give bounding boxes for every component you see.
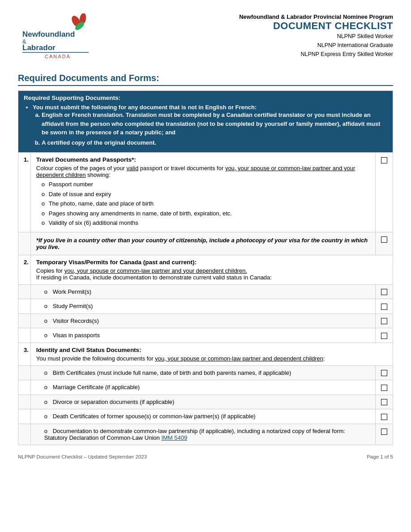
section2-number: 2.	[18, 255, 31, 284]
checkbox[interactable]	[381, 318, 387, 324]
section2-item3-cell: o Visitor Records(s)	[30, 313, 375, 328]
subtitle3: NLPNP Express Entry Skilled Worker	[107, 50, 393, 59]
section3-item5-cell: o Documentation to demonstrate common-la…	[30, 424, 375, 445]
checkbox[interactable]	[381, 370, 387, 376]
section2-title: Temporary Visas/Permits for Canada (past…	[36, 259, 197, 266]
banner-subitems: English or French translation. Translati…	[33, 111, 387, 147]
spacer	[18, 313, 31, 328]
checkbox[interactable]	[381, 399, 387, 405]
list-item: Date of issue and expiry	[41, 190, 370, 199]
section1-note-cell: *If you live in a country other than you…	[30, 232, 375, 255]
section2-item3-checkbox	[376, 313, 393, 328]
checkbox[interactable]	[381, 289, 387, 295]
section3-item3-checkbox	[376, 395, 393, 409]
svg-text:Labrador: Labrador	[22, 43, 56, 52]
program-name: Newfoundland & Labrador Provincial Nomin…	[107, 13, 393, 20]
list-item: Passport number	[41, 180, 370, 189]
page-footer: NLPNP Document Checklist – Updated Septe…	[18, 454, 393, 459]
spacer	[18, 409, 31, 424]
logo-area: Newfoundland & Labrador CANADA	[18, 13, 107, 64]
section2-item1-cell: o Work Permit(s)	[30, 284, 375, 299]
section3-item1-cell: o Birth Certificates (must include full …	[30, 365, 375, 380]
section1-number: 1.	[18, 153, 31, 232]
section3-item5-text: Documentation to demonstrate common-law …	[44, 428, 345, 441]
checkbox[interactable]	[381, 429, 387, 435]
section3-item2-row: o Marriage Certificate (if applicable)	[18, 380, 393, 395]
section3-item4-cell: o Death Certificates of former spouse(s)…	[30, 409, 375, 424]
section2-intro2: If residing in Canada, include documenta…	[36, 274, 387, 281]
imm-5409-link[interactable]: IMM 5409	[161, 434, 187, 441]
bullet-o: o	[44, 288, 47, 295]
section1-title: Travel Documents and Passports*:	[36, 156, 136, 163]
section2-header-row: 2. Temporary Visas/Permits for Canada (p…	[18, 255, 393, 284]
section2-item3-row: o Visitor Records(s)	[18, 313, 393, 328]
section3-number: 3.	[18, 343, 31, 365]
section2-item2-checkbox	[376, 299, 393, 314]
spacer	[18, 299, 31, 314]
doc-checklist-title: DOCUMENT CHECKLIST	[107, 20, 393, 32]
subtitle1: NLPNP Skilled Worker	[107, 32, 393, 41]
section1-header-row: 1. Travel Documents and Passports*: Colo…	[18, 153, 393, 232]
checkbox[interactable]	[381, 304, 387, 310]
section1-note-spacer	[18, 232, 31, 255]
bullet-o: o	[44, 303, 47, 309]
nl-logo: Newfoundland & Labrador CANADA	[18, 13, 98, 63]
banner-item2: A certified copy of the original documen…	[42, 138, 387, 147]
section1-intro: Colour copies of the pages of your valid…	[36, 165, 370, 178]
checkbox[interactable]	[381, 157, 387, 163]
section2-title-cell: Temporary Visas/Permits for Canada (past…	[30, 255, 393, 284]
subtitle2: NLPNP International Graduate	[107, 41, 393, 50]
list-item: Pages showing any amendments in name, da…	[41, 209, 370, 218]
spacer	[18, 365, 31, 380]
section3-item2-cell: o Marriage Certificate (if applicable)	[30, 380, 375, 395]
spacer	[18, 328, 31, 343]
bullet-o: o	[44, 399, 47, 405]
section3-item1-checkbox	[376, 365, 393, 380]
spacer	[18, 380, 31, 395]
section2-item4-checkbox	[376, 328, 393, 343]
section2-item1-checkbox	[376, 284, 393, 299]
footer-left: NLPNP Document Checklist – Updated Septe…	[18, 454, 147, 459]
bullet-o: o	[44, 369, 47, 376]
svg-text:Newfoundland: Newfoundland	[22, 30, 75, 39]
checklist-table: Required Supporting Documents: You must …	[18, 90, 393, 445]
list-item: The photo, name, date and place of birth	[41, 199, 370, 208]
page-header: Newfoundland & Labrador CANADA Newfoundl…	[18, 13, 393, 64]
section2-item2-cell: o Study Permit(s)	[30, 299, 375, 314]
section3-title: Identity and Civil Status Documents:	[36, 347, 141, 353]
spacer	[18, 424, 31, 445]
bullet-o: o	[44, 428, 47, 434]
section1-note-checkbox	[376, 232, 393, 255]
checkbox[interactable]	[381, 385, 387, 391]
banner-item1: English or French translation. Translati…	[42, 111, 387, 137]
list-item: Validity of six (6) additional months	[41, 219, 370, 227]
section3-item5-row: o Documentation to demonstrate common-la…	[18, 424, 393, 445]
section2-intro: Copies for you, your spouse or common-la…	[36, 267, 387, 274]
footer-right: Page 1 of 5	[367, 454, 393, 459]
spacer	[18, 284, 31, 299]
section2-item4-cell: o Visas in passports	[30, 328, 375, 343]
banner-list: You must submit the following for any do…	[24, 104, 387, 147]
section1-note-row: *If you live in a country other than you…	[18, 232, 393, 255]
subtitles: NLPNP Skilled Worker NLPNP International…	[107, 32, 393, 59]
section1-title-cell: Travel Documents and Passports*: Colour …	[30, 153, 375, 232]
checkbox[interactable]	[381, 414, 387, 420]
section1-note: *If you live in a country other than you…	[36, 237, 368, 250]
section2-item4-row: o Visas in passports	[18, 328, 393, 343]
checkbox[interactable]	[381, 236, 387, 243]
section3-item1-row: o Birth Certificates (must include full …	[18, 365, 393, 380]
svg-text:CANADA: CANADA	[45, 54, 71, 59]
section3-header-row: 3. Identity and Civil Status Documents: …	[18, 343, 393, 365]
banner-cell: Required Supporting Documents: You must …	[18, 91, 393, 153]
section3-item4-row: o Death Certificates of former spouse(s)…	[18, 409, 393, 424]
section2-item1-row: o Work Permit(s)	[18, 284, 393, 299]
section1-list: Passport number Date of issue and expiry…	[36, 180, 370, 227]
banner-title: Required Supporting Documents:	[24, 94, 387, 101]
section3-item4-checkbox	[376, 409, 393, 424]
section3-item3-row: o Divorce or separation documents (if ap…	[18, 395, 393, 409]
banner-row: Required Supporting Documents: You must …	[18, 91, 393, 153]
section3-item2-checkbox	[376, 380, 393, 395]
checkbox[interactable]	[381, 333, 387, 339]
banner-bullet1: You must submit the following for any do…	[33, 104, 387, 147]
section1-checkbox-cell	[376, 153, 393, 232]
